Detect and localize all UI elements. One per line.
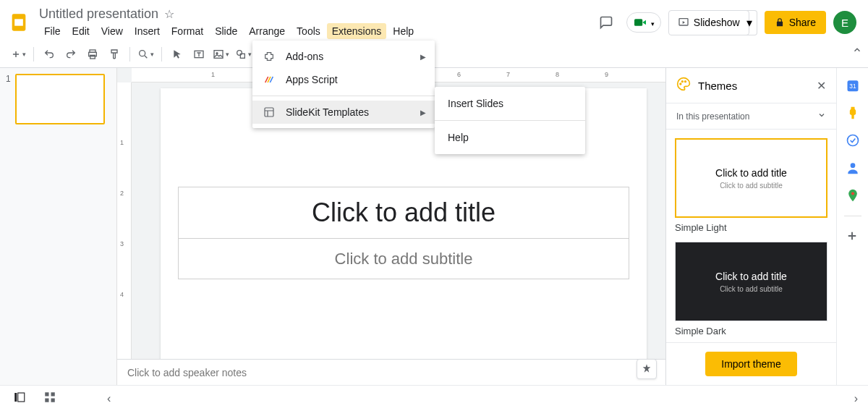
submenu-label: Help xyxy=(448,132,469,143)
menu-format[interactable]: Format xyxy=(166,23,208,39)
submenu-label: Insert Slides xyxy=(448,98,503,109)
svg-rect-22 xyxy=(14,393,17,402)
theme-name: Simple Light xyxy=(675,222,827,233)
chevron-down-icon[interactable] xyxy=(817,111,826,122)
submenu-help[interactable]: Help xyxy=(435,125,585,150)
menu-item-slidekit[interactable]: SlideKit Templates ▶ xyxy=(252,101,435,124)
side-rail: 31 xyxy=(836,68,868,385)
title-placeholder[interactable]: Click to add title xyxy=(178,187,629,239)
themes-panel: Themes ✕ In this presentation Click to a… xyxy=(665,68,836,385)
slides-logo[interactable] xyxy=(6,9,32,35)
submenu-insert-slides[interactable]: Insert Slides xyxy=(435,91,585,116)
star-icon[interactable]: ☆ xyxy=(164,7,174,21)
menu-tools[interactable]: Tools xyxy=(292,23,326,39)
tasks-icon[interactable] xyxy=(846,133,860,148)
menu-bar: File Edit View Insert Format Slide Arran… xyxy=(39,23,593,39)
paint-format-tool[interactable] xyxy=(105,45,124,64)
svg-rect-27 xyxy=(51,398,55,402)
contacts-icon[interactable] xyxy=(846,161,860,175)
print-tool[interactable] xyxy=(83,45,102,64)
menu-arrange[interactable]: Arrange xyxy=(244,23,290,39)
calendar-icon[interactable]: 31 xyxy=(846,78,860,93)
svg-rect-21 xyxy=(265,108,273,116)
import-theme-button[interactable]: Import theme xyxy=(705,352,796,376)
menu-insert[interactable]: Insert xyxy=(129,23,165,39)
svg-rect-23 xyxy=(18,393,25,402)
share-button[interactable]: Share xyxy=(765,11,826,34)
submenu-arrow-icon: ▶ xyxy=(420,53,426,61)
menu-item-addons[interactable]: Add-ons ▶ xyxy=(252,45,435,68)
zoom-tool[interactable] xyxy=(136,45,156,64)
menu-slide[interactable]: Slide xyxy=(210,23,242,39)
svg-point-15 xyxy=(685,81,686,82)
svg-rect-2 xyxy=(634,19,642,26)
apps-script-icon xyxy=(263,73,276,86)
grid-view-icon[interactable] xyxy=(43,391,56,407)
menu-item-apps-script[interactable]: Apps Script xyxy=(252,68,435,91)
menu-item-label: Add-ons xyxy=(286,51,323,62)
theme-simple-light[interactable]: Click to add title Click to add subtitle… xyxy=(675,138,827,233)
account-avatar[interactable]: E xyxy=(833,11,856,34)
slideshow-dropdown[interactable]: ▾ xyxy=(742,10,757,35)
themes-subtitle-row[interactable]: In this presentation xyxy=(666,103,836,130)
menu-help[interactable]: Help xyxy=(388,23,419,39)
svg-point-19 xyxy=(850,163,855,168)
template-icon xyxy=(263,106,276,119)
svg-text:31: 31 xyxy=(849,82,856,90)
theme-name: Simple Dark xyxy=(675,326,827,336)
add-addon-icon[interactable] xyxy=(846,229,860,244)
filmstrip-collapse-icon[interactable]: ‹ xyxy=(107,392,111,405)
slidekit-submenu: Insert Slides Help xyxy=(435,87,585,154)
siderail-expand-icon[interactable]: › xyxy=(854,392,858,405)
slide-thumb-1[interactable]: 1 xyxy=(6,74,116,124)
comments-icon[interactable] xyxy=(593,9,619,35)
document-title[interactable]: Untitled presentation xyxy=(39,7,158,22)
menu-extensions[interactable]: Extensions xyxy=(327,23,386,39)
footer: ‹ › xyxy=(0,385,868,411)
slide-thumbnail[interactable] xyxy=(15,74,105,124)
textbox-tool[interactable] xyxy=(190,45,208,64)
meet-button[interactable] xyxy=(626,12,661,33)
extensions-dropdown: Add-ons ▶ Apps Script SlideKit Templates… xyxy=(252,41,435,128)
svg-point-13 xyxy=(680,83,681,85)
puzzle-icon xyxy=(263,50,276,63)
redo-tool[interactable] xyxy=(61,45,80,64)
explore-button[interactable] xyxy=(637,359,657,379)
shape-tool[interactable] xyxy=(234,45,253,64)
svg-point-20 xyxy=(851,192,854,195)
svg-point-14 xyxy=(682,81,684,82)
themes-list[interactable]: Click to add title Click to add subtitle… xyxy=(666,130,836,342)
menu-item-label: Apps Script xyxy=(286,74,338,85)
filmstrip-view-icon[interactable] xyxy=(13,391,26,407)
speaker-notes[interactable]: Click to add speaker notes xyxy=(117,359,665,385)
menu-edit[interactable]: Edit xyxy=(67,23,95,39)
themes-title: Themes xyxy=(698,80,809,92)
menu-item-label: SlideKit Templates xyxy=(286,106,369,118)
select-tool[interactable] xyxy=(168,45,187,64)
themes-subtitle: In this presentation xyxy=(676,111,749,122)
palette-icon xyxy=(676,77,691,94)
menu-view[interactable]: View xyxy=(96,23,128,39)
slide-number: 1 xyxy=(6,74,11,124)
close-icon[interactable]: ✕ xyxy=(817,79,826,93)
svg-point-10 xyxy=(216,52,218,54)
keep-icon[interactable] xyxy=(846,106,860,120)
svg-rect-24 xyxy=(45,392,48,396)
submenu-arrow-icon: ▶ xyxy=(420,109,426,116)
subtitle-placeholder[interactable]: Click to add subtitle xyxy=(178,239,629,279)
svg-rect-1 xyxy=(14,19,23,25)
undo-tool[interactable] xyxy=(40,45,59,64)
new-slide-tool[interactable] xyxy=(9,45,27,64)
slideshow-label: Slideshow xyxy=(694,17,740,28)
theme-simple-dark[interactable]: Click to add title Click to add subtitle… xyxy=(675,242,827,336)
vertical-ruler: 1 2 3 4 xyxy=(117,82,132,385)
menu-file[interactable]: File xyxy=(39,23,66,39)
toolbar-collapse-icon[interactable] xyxy=(852,45,862,58)
svg-point-18 xyxy=(847,135,858,146)
svg-point-11 xyxy=(237,50,242,55)
svg-rect-25 xyxy=(51,392,55,396)
svg-point-7 xyxy=(140,50,145,56)
slideshow-button[interactable]: Slideshow xyxy=(668,10,749,35)
maps-icon[interactable] xyxy=(846,188,860,203)
image-tool[interactable] xyxy=(211,45,231,64)
